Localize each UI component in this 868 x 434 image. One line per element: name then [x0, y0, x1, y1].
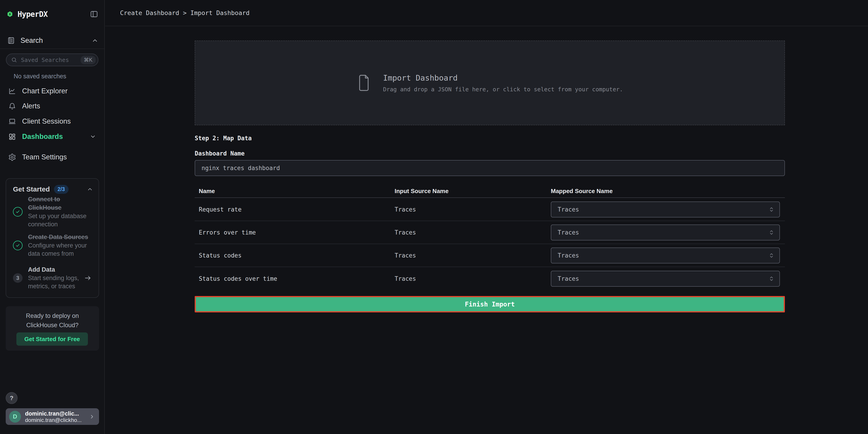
topbar: Create Dashboard > Import Dashboard — [105, 0, 868, 26]
user-name: dominic.tran@clic... — [25, 410, 89, 417]
notebook-icon — [7, 36, 15, 44]
cell-input-source: Traces — [395, 206, 551, 213]
breadcrumb-create-dashboard[interactable]: Create Dashboard — [120, 9, 179, 17]
sidebar-item-alerts[interactable]: Alerts — [6, 99, 98, 113]
no-saved-searches-text: No saved searches — [14, 73, 66, 80]
import-dropzone[interactable]: Import Dashboard Drag and drop a JSON fi… — [195, 40, 785, 125]
laptop-icon — [8, 118, 16, 125]
mapped-source-select[interactable]: Traces — [551, 248, 780, 264]
arrow-right-icon — [84, 274, 92, 282]
breadcrumb-separator: > — [183, 9, 186, 17]
table-row: Errors over time Traces Traces — [195, 221, 785, 244]
sidebar: HyperDX Search Saved Searches ⌘K No save… — [0, 0, 105, 434]
gear-icon — [8, 153, 16, 161]
get-started-card: Get Started 2/3 Connect to ClickHouse Se… — [6, 178, 99, 298]
check-circle-icon — [13, 241, 23, 250]
panel-left-icon — [90, 10, 98, 19]
deploy-text-line1: Ready to deploy on — [6, 311, 99, 320]
get-started-item-connect[interactable]: Connect to ClickHouse Set up your databa… — [13, 195, 93, 228]
main-area: Create Dashboard > Import Dashboard Impo… — [105, 0, 868, 434]
deploy-text-line2: ClickHouse Cloud? — [6, 320, 99, 330]
sidebar-collapse-button[interactable] — [90, 10, 98, 19]
chevrons-up-down-icon — [768, 229, 775, 236]
sidebar-item-label: Chart Explorer — [22, 87, 68, 95]
mapped-source-select[interactable]: Traces — [551, 224, 780, 241]
cell-name: Errors over time — [199, 229, 395, 236]
saved-searches-input[interactable]: Saved Searches ⌘K — [6, 54, 98, 66]
get-started-item-description: Set up your database connection — [28, 212, 90, 228]
cell-name: Request rate — [199, 206, 395, 213]
check-circle-icon — [13, 207, 23, 217]
cell-name: Status codes over time — [199, 275, 395, 282]
mapped-source-select[interactable]: Traces — [551, 202, 780, 217]
chevrons-up-down-icon — [768, 252, 775, 259]
sidebar-item-client-sessions[interactable]: Client Sessions — [6, 115, 98, 128]
column-header-name: Name — [199, 188, 395, 195]
sidebar-item-label: Alerts — [22, 102, 40, 110]
help-button[interactable]: ? — [6, 392, 18, 404]
dashboard-name-label: Dashboard Name — [195, 150, 245, 157]
get-started-progress-badge: 2/3 — [54, 185, 68, 194]
shortcut-badge: ⌘K — [81, 56, 96, 64]
column-header-mapped-source: Mapped Source Name — [551, 188, 785, 195]
finish-import-button[interactable]: Finish Import — [195, 296, 785, 312]
search-section-label: Search — [21, 36, 43, 44]
select-value: Traces — [558, 229, 768, 236]
get-started-item-add-data[interactable]: 3 Add Data Start sending logs, metrics, … — [13, 266, 93, 290]
get-started-item-description: Configure where your data comes from — [28, 241, 90, 258]
avatar: D — [9, 411, 21, 423]
select-value: Traces — [558, 275, 768, 282]
hyperdx-logo-icon — [7, 11, 13, 18]
table-row: Status codes Traces Traces — [195, 244, 785, 267]
get-started-item-title: Add Data — [28, 266, 85, 274]
cell-input-source: Traces — [395, 229, 551, 236]
breadcrumb-import-dashboard[interactable]: Import Dashboard — [190, 9, 250, 17]
sidebar-divider — [0, 49, 104, 49]
mapped-source-select[interactable]: Traces — [551, 271, 780, 287]
layout-dashboard-icon — [8, 133, 16, 141]
search-icon — [11, 57, 17, 63]
bell-icon — [8, 102, 16, 110]
deploy-card: Ready to deploy on ClickHouse Cloud? Get… — [6, 306, 99, 351]
sidebar-item-label: Team Settings — [22, 153, 67, 161]
sidebar-item-label: Dashboards — [22, 132, 63, 141]
select-value: Traces — [558, 206, 768, 213]
table-row: Status codes over time Traces Traces — [195, 267, 785, 290]
select-value: Traces — [558, 252, 768, 259]
dropzone-subtitle: Drag and drop a JSON file here, or click… — [383, 86, 623, 93]
file-icon — [356, 73, 371, 92]
sidebar-item-search[interactable]: Search — [7, 34, 98, 47]
table-row: Request rate Traces Traces — [195, 198, 785, 221]
chevron-right-icon — [89, 414, 95, 420]
column-header-input-source: Input Source Name — [395, 188, 551, 195]
get-started-item-description: Start sending logs, metrics, or traces — [28, 274, 85, 290]
get-started-item-title: Connect to ClickHouse — [28, 195, 90, 212]
table-header-row: Name Input Source Name Mapped Source Nam… — [195, 185, 785, 198]
step-label: Step 2: Map Data — [195, 135, 252, 142]
sidebar-item-label: Client Sessions — [22, 117, 71, 125]
cell-input-source: Traces — [395, 252, 551, 259]
chevron-down-icon — [90, 133, 96, 140]
sidebar-item-chart-explorer[interactable]: Chart Explorer — [6, 85, 98, 98]
step-number-badge: 3 — [13, 273, 23, 283]
get-started-title: Get Started — [13, 185, 50, 193]
chevrons-up-down-icon — [768, 275, 775, 282]
get-started-header[interactable]: Get Started 2/3 — [13, 184, 93, 194]
user-email: dominic.tran@clickho... — [25, 417, 89, 423]
chevrons-up-down-icon — [768, 206, 775, 213]
get-started-item-title: Create Data Sources — [28, 233, 90, 241]
get-started-item-sources[interactable]: Create Data Sources Configure where your… — [13, 233, 93, 258]
cell-input-source: Traces — [395, 275, 551, 282]
saved-searches-placeholder: Saved Searches — [21, 57, 81, 63]
user-menu[interactable]: D dominic.tran@clic... dominic.tran@clic… — [6, 408, 99, 425]
chevron-up-icon — [92, 37, 98, 44]
logo-row: HyperDX — [7, 8, 98, 20]
dashboard-name-input[interactable] — [195, 160, 785, 176]
chevron-up-icon — [87, 186, 93, 192]
sidebar-item-dashboards[interactable]: Dashboards — [6, 130, 98, 143]
sidebar-item-team-settings[interactable]: Team Settings — [6, 151, 98, 164]
cell-name: Status codes — [199, 252, 395, 259]
get-started-free-button[interactable]: Get Started for Free — [17, 333, 88, 346]
chart-line-icon — [8, 87, 16, 95]
breadcrumb: Create Dashboard > Import Dashboard — [120, 9, 250, 17]
